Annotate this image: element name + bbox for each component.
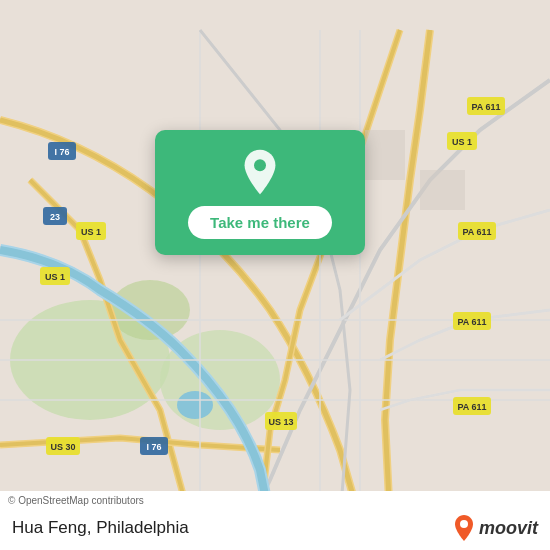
svg-text:US 1: US 1: [452, 137, 472, 147]
map-svg: I 76 23 US 1 US 1 I 76 US 30 US 13 PA 61…: [0, 0, 550, 550]
attribution-row: © OpenStreetMap contributors: [0, 491, 550, 508]
svg-rect-13: [420, 170, 465, 210]
svg-point-39: [460, 520, 468, 528]
svg-point-4: [177, 391, 213, 419]
take-me-there-button[interactable]: Take me there: [188, 206, 332, 239]
svg-text:US 1: US 1: [81, 227, 101, 237]
svg-rect-12: [365, 130, 405, 180]
moovit-pin-icon: [453, 514, 475, 542]
moovit-label: moovit: [479, 518, 538, 539]
svg-text:US 1: US 1: [45, 272, 65, 282]
map-container: I 76 23 US 1 US 1 I 76 US 30 US 13 PA 61…: [0, 0, 550, 550]
svg-text:US 13: US 13: [268, 417, 293, 427]
svg-text:PA 611: PA 611: [462, 227, 491, 237]
bottom-bar: © OpenStreetMap contributors Hua Feng, P…: [0, 491, 550, 550]
attribution-text: © OpenStreetMap contributors: [8, 495, 144, 506]
svg-text:PA 611: PA 611: [457, 317, 486, 327]
place-row: Hua Feng, Philadelphia moovit: [0, 508, 550, 550]
location-pin-icon: [236, 148, 284, 196]
svg-text:23: 23: [50, 212, 60, 222]
svg-text:I 76: I 76: [146, 442, 161, 452]
svg-text:US 30: US 30: [50, 442, 75, 452]
svg-text:PA 611: PA 611: [457, 402, 486, 412]
moovit-logo: moovit: [453, 514, 538, 542]
location-card: Take me there: [155, 130, 365, 255]
svg-text:PA 611: PA 611: [471, 102, 500, 112]
svg-text:I 76: I 76: [54, 147, 69, 157]
place-name: Hua Feng, Philadelphia: [12, 518, 189, 538]
svg-point-38: [254, 159, 266, 171]
